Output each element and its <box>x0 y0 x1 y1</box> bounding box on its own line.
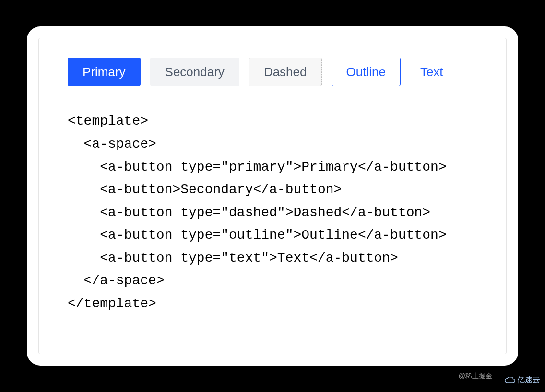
code-line: <template> <box>68 110 477 133</box>
dashed-button[interactable]: Dashed <box>249 58 322 86</box>
code-line: </a-space> <box>68 269 477 292</box>
content-panel: Primary Secondary Dashed Outline Text <t… <box>38 38 507 354</box>
code-line: <a-button type="text">Text</a-button> <box>68 247 477 270</box>
code-line: <a-button type="dashed">Dashed</a-button… <box>68 201 477 224</box>
watermark-juejin: @稀土掘金 <box>459 372 492 380</box>
button-demo-row: Primary Secondary Dashed Outline Text <box>68 58 477 95</box>
code-line: <a-button>Secondary</a-button> <box>68 178 477 201</box>
code-line: </template> <box>68 292 477 315</box>
secondary-button[interactable]: Secondary <box>150 58 239 86</box>
primary-button[interactable]: Primary <box>68 58 141 86</box>
text-button[interactable]: Text <box>410 58 453 86</box>
code-example: <template> <a-space> <a-button type="pri… <box>68 110 477 315</box>
code-line: <a-space> <box>68 133 477 156</box>
cloud-icon <box>505 377 515 384</box>
outline-button[interactable]: Outline <box>332 58 401 86</box>
code-line: <a-button type="outline">Outline</a-butt… <box>68 224 477 247</box>
code-line: <a-button type="primary">Primary</a-butt… <box>68 156 477 179</box>
watermark-label: 亿速云 <box>517 375 540 385</box>
watermark-yisuyun: 亿速云 <box>505 375 540 385</box>
document-card: Primary Secondary Dashed Outline Text <t… <box>27 26 518 365</box>
